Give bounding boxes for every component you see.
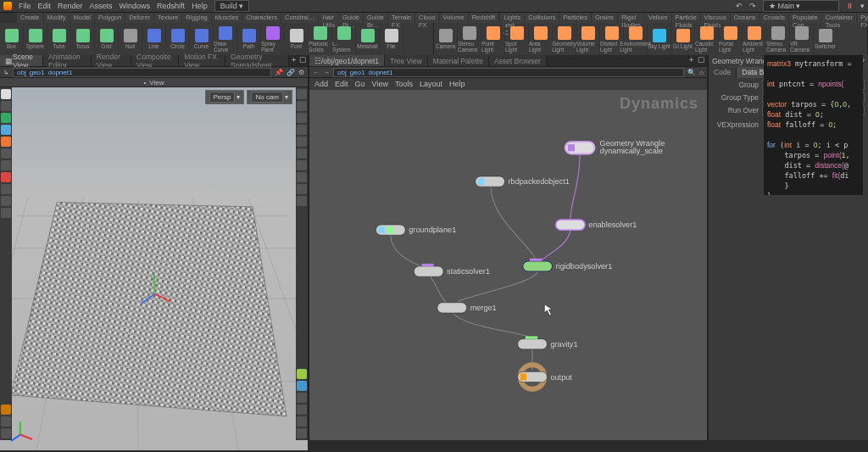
take-dropdown[interactable]: ★ Main▾	[763, 0, 839, 12]
node-dynamically-scale[interactable]: Geometry Wrangle dynamically_scale	[565, 139, 665, 155]
shelf-tab[interactable]: Particle Fluids	[672, 13, 700, 23]
vex-code-field[interactable]: matrix3 mytransform = int pntcnt = npoin…	[764, 55, 863, 195]
shelf-tool-geometry-light[interactable]: Geometry Light	[553, 23, 576, 55]
fwd-icon[interactable]: →	[323, 69, 330, 76]
shelf-tab[interactable]: Rigid Bodies	[618, 13, 644, 23]
shelf-tab[interactable]: Vellum	[645, 13, 671, 23]
shelf-tab[interactable]: Terrain FX	[388, 13, 415, 23]
shelf-tool-spray-paint[interactable]: Spray Paint	[261, 23, 285, 55]
net-menu-layout[interactable]: Layout	[420, 80, 442, 88]
shelf-tab[interactable]: Create	[17, 13, 43, 23]
shelf-tool-font[interactable]: Font	[285, 23, 309, 55]
shelf-tool-box[interactable]: Box	[0, 23, 24, 55]
viewport-3d[interactable]: Persp ▾ No cam ▾	[0, 87, 308, 440]
scene-path-field[interactable]: obj geo1 dopnet1	[13, 68, 271, 77]
pause-icon[interactable]: ⏸	[846, 2, 854, 10]
shelf-tool-l-system[interactable]: L-System	[332, 23, 356, 55]
back-icon[interactable]: ←	[313, 69, 320, 76]
persp-dropdown[interactable]: Persp ▾	[205, 90, 245, 104]
shelf-tool-grid[interactable]: Grid	[95, 23, 119, 55]
network-path-field[interactable]: obj geo1 dopnet1	[333, 68, 684, 77]
shelf-tool-camera[interactable]: Camera	[434, 23, 458, 55]
shelf-tab[interactable]: Pyro FX	[857, 13, 868, 23]
gear-icon[interactable]: ⚙	[298, 69, 304, 76]
tab-geo-spreadsheet[interactable]: Geometry Spreadsheet	[225, 55, 289, 66]
menu-render[interactable]: Render	[58, 2, 83, 10]
shelf-tool-ambient-light[interactable]: Ambient Light	[743, 23, 766, 55]
opt-icon[interactable]	[297, 184, 307, 194]
snap-tool[interactable]	[1, 160, 11, 170]
tab-motionfx-view[interactable]: Motion FX View	[179, 55, 225, 66]
a-icon[interactable]	[1, 405, 11, 415]
shelf-tab[interactable]: Crowds	[760, 13, 788, 23]
shelf-tab[interactable]: Container Tools	[822, 13, 857, 23]
shelf-tool-circle[interactable]: Circle	[166, 23, 190, 55]
b-icon[interactable]	[1, 416, 11, 427]
shelf-tool-gi-light[interactable]: GI Light	[671, 23, 695, 55]
shelf-tab[interactable]: Rigging	[182, 13, 210, 23]
node-output[interactable]: output	[518, 365, 573, 389]
shelf-tab[interactable]: Constrai…	[281, 13, 318, 23]
home-icon[interactable]: ⌂	[699, 69, 704, 76]
shelf-tool-caustic-light[interactable]: Caustic Light	[695, 23, 719, 55]
menu-edit[interactable]: Edit	[38, 2, 52, 10]
node-enablesolver[interactable]: enablesolver1	[556, 220, 637, 230]
handles-tool[interactable]	[1, 148, 11, 159]
shelf-tab[interactable]: Viscous Fluids	[701, 13, 730, 23]
tab-network[interactable]: ☷ /obj/geo1/dopnet1	[309, 55, 385, 66]
shelf-tool-draw-curve[interactable]: Draw Curve	[214, 23, 237, 55]
rotate-tool[interactable]	[1, 125, 11, 135]
color2-icon[interactable]	[297, 381, 307, 391]
shelf-tool-null[interactable]: Null	[119, 23, 142, 55]
shelf-tool-metaball[interactable]: Metaball	[356, 23, 380, 55]
disp-gear-icon[interactable]	[297, 428, 307, 438]
pin-icon[interactable]: 📌	[275, 69, 283, 76]
camera-dropdown[interactable]: No cam ▾	[247, 90, 292, 104]
shelf-tool-tube[interactable]: Tube	[47, 23, 71, 55]
wire-icon[interactable]	[297, 125, 307, 135]
path-seg-geo[interactable]: geo1	[30, 69, 45, 76]
node-groundplane[interactable]: groundplane1	[376, 225, 457, 235]
magnet-tool[interactable]	[1, 172, 11, 182]
shelf-tab[interactable]: Lights and C…	[500, 13, 524, 23]
cam-lock-icon[interactable]	[297, 89, 307, 99]
path-a[interactable]: obj	[337, 69, 347, 76]
path-c[interactable]: dopnet1	[368, 69, 392, 76]
lasso-tool[interactable]	[1, 101, 11, 111]
render-tool[interactable]	[1, 196, 11, 206]
link-icon[interactable]: 🔗	[287, 69, 295, 76]
shelf-tab[interactable]: Volume	[440, 13, 468, 23]
node-staticsolver[interactable]: staticsolver1	[414, 264, 490, 276]
disp-icon[interactable]	[297, 172, 307, 182]
search-icon[interactable]: 🔍	[687, 69, 696, 76]
shelf-tool-area-light[interactable]: Area Light	[529, 23, 553, 55]
shelf-tab[interactable]: Muscles	[212, 13, 242, 23]
select-tool[interactable]	[1, 89, 11, 99]
scale-tool[interactable]	[1, 137, 11, 147]
arrow-icon[interactable]: ↳	[3, 69, 9, 76]
shelf-tab[interactable]: Oceans	[731, 13, 760, 23]
shelf-tool-file[interactable]: File	[380, 23, 403, 55]
shelf-tab[interactable]: Guide Br…	[364, 13, 387, 23]
light-icon[interactable]	[297, 101, 307, 111]
shelf-tool-path[interactable]: Path	[237, 23, 261, 55]
shelf-tool-sphere[interactable]: Sphere	[24, 23, 47, 55]
shelf-tool-platonic-solids[interactable]: Platonic Solids	[309, 23, 332, 55]
color-icon[interactable]	[297, 369, 307, 379]
tab-code[interactable]: Code	[709, 67, 737, 78]
maximize-icon[interactable]: ▢	[698, 55, 706, 64]
shelf-tab[interactable]: Deform	[125, 13, 153, 23]
view-tool[interactable]	[1, 184, 11, 194]
shelf-tool-environment-light[interactable]: Environment Light	[624, 23, 648, 55]
xray-icon[interactable]	[297, 393, 307, 403]
menu-file[interactable]: File	[19, 2, 31, 10]
shelf-tab[interactable]: Redshift	[469, 13, 499, 23]
shelf-tool-stereo-camera[interactable]: Stereo Camera	[766, 23, 790, 55]
plus-icon[interactable]: ＋	[290, 55, 298, 64]
shelf-tool-line[interactable]: Line	[142, 23, 166, 55]
inspect-tool[interactable]	[1, 208, 11, 218]
menu-help[interactable]: Help	[192, 2, 208, 10]
shelf-tab[interactable]: Collisions	[525, 13, 559, 23]
shelf-tab[interactable]: Texture	[154, 13, 182, 23]
shelf-tab[interactable]: Grains	[592, 13, 617, 23]
